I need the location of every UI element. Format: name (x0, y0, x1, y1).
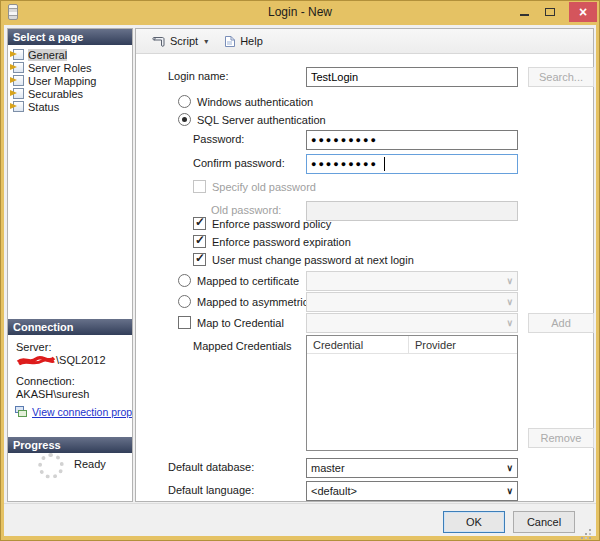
resize-grip[interactable] (589, 529, 591, 531)
script-button[interactable]: Script ▾ (148, 33, 217, 50)
default-database-label: Default database: (168, 461, 254, 473)
help-button[interactable]: Help (221, 33, 266, 50)
maximize-button[interactable] (538, 2, 562, 22)
checkbox-icon (178, 316, 191, 329)
sidebar-item-label: Status (28, 101, 59, 113)
checkbox-label: Specify old password (212, 181, 316, 193)
arrow-icon (10, 64, 17, 70)
sql-server-authentication-radio[interactable]: SQL Server authentication (178, 113, 326, 126)
sidebar-item-user-mapping[interactable]: User Mapping (13, 74, 96, 87)
close-button[interactable]: × (569, 2, 597, 22)
checkbox-label: Map to Credential (197, 317, 284, 329)
minimize-button[interactable] (512, 2, 536, 22)
enforce-password-expiration-checkbox[interactable]: ✓ Enforce password expiration (193, 235, 351, 248)
minimize-icon (520, 14, 529, 16)
checkbox-icon: ✓ (193, 253, 206, 266)
connection-properties-icon (15, 406, 28, 418)
maximize-icon (545, 8, 555, 16)
confirm-password-input[interactable] (306, 154, 518, 174)
windows-authentication-radio[interactable]: Windows authentication (178, 95, 313, 108)
server-value: \SQL2012 (16, 354, 106, 367)
must-change-password-checkbox[interactable]: ✓ User must change password at next logi… (193, 253, 414, 266)
login-name-input[interactable] (306, 67, 518, 87)
sidebar-item-label: Server Roles (28, 62, 92, 74)
login-new-dialog: Login - New × Select a page General Serv… (0, 0, 600, 541)
titlebar[interactable]: Login - New × (0, 0, 600, 25)
page-icon (13, 88, 24, 99)
server-instance: \SQL2012 (56, 354, 106, 366)
radio-icon (178, 274, 191, 287)
chevron-down-icon: ∨ (506, 297, 513, 307)
arrow-icon (10, 103, 17, 109)
sidebar-item-label: User Mapping (28, 75, 96, 87)
checkbox-label: Enforce password policy (212, 218, 331, 230)
certificate-dropdown[interactable]: ∨ (306, 271, 518, 291)
text-caret (384, 157, 385, 171)
toolbar: Script ▾ Help (136, 29, 593, 54)
asymmetric-key-dropdown[interactable]: ∨ (306, 292, 518, 312)
login-name-label: Login name: (168, 70, 229, 82)
add-button[interactable]: Add (528, 313, 594, 333)
confirm-password-wrap (306, 154, 518, 174)
radio-label: Windows authentication (197, 96, 313, 108)
connection-info: Server: \SQL2012 Connection: AKASH\sures… (16, 341, 106, 401)
default-language-dropdown[interactable]: <default> ∨ (306, 481, 518, 501)
window-title: Login - New (0, 5, 600, 19)
dropdown-value: <default> (311, 485, 357, 497)
column-header-credential: Credential (307, 336, 409, 353)
help-icon (224, 35, 236, 48)
sidebar-item-label: General (28, 49, 67, 61)
default-language-label: Default language: (168, 484, 254, 496)
checkbox-icon: ✓ (193, 217, 206, 230)
chevron-down-icon: ∨ (506, 318, 513, 328)
progress-header: Progress (8, 437, 132, 453)
sidebar-item-general[interactable]: General (13, 48, 96, 61)
script-icon (151, 35, 166, 48)
arrow-icon (10, 51, 17, 57)
script-dropdown-arrow-icon[interactable]: ▾ (204, 37, 208, 46)
column-header-provider: Provider (409, 339, 456, 351)
sidebar-item-securables[interactable]: Securables (13, 87, 96, 100)
credential-dropdown[interactable]: ∨ (306, 313, 518, 333)
radio-icon (178, 113, 191, 126)
close-icon: × (579, 4, 587, 20)
enforce-password-policy-checkbox[interactable]: ✓ Enforce password policy (193, 217, 331, 230)
chevron-down-icon: ∨ (506, 463, 513, 473)
sidebar-item-server-roles[interactable]: Server Roles (13, 61, 96, 74)
page-tree: General Server Roles User Mapping Secura… (13, 48, 96, 113)
connection-label: Connection: (16, 375, 106, 388)
page-icon (13, 75, 24, 86)
view-connection-properties-link[interactable]: View connection properties (32, 406, 133, 418)
sidebar-item-status[interactable]: Status (13, 100, 96, 113)
mapped-credentials-table[interactable]: Credential Provider (306, 335, 518, 451)
page-icon (13, 62, 24, 73)
cancel-button[interactable]: Cancel (513, 511, 575, 533)
map-to-credential-checkbox[interactable]: Map to Credential (178, 316, 284, 329)
password-input[interactable] (306, 130, 518, 150)
ok-button[interactable]: OK (443, 511, 505, 533)
redaction-scribble-icon (16, 354, 56, 367)
general-page-panel: Script ▾ Help Login name: Search... (135, 28, 594, 502)
old-password-label: Old password: (211, 204, 281, 216)
remove-button[interactable]: Remove (528, 428, 594, 448)
check-icon: ✓ (195, 251, 205, 265)
old-password-input[interactable] (306, 201, 518, 221)
sidebar-item-label: Securables (28, 88, 83, 100)
progress-spinner-icon (38, 453, 64, 479)
check-icon: ✓ (195, 215, 205, 229)
checkbox-icon: ✓ (193, 235, 206, 248)
mapped-to-certificate-radio[interactable]: Mapped to certificate (178, 274, 299, 287)
radio-label: Mapped to certificate (197, 275, 299, 287)
chevron-down-icon: ∨ (506, 486, 513, 496)
default-database-dropdown[interactable]: master ∨ (306, 458, 518, 478)
select-a-page-header: Select a page (8, 29, 132, 45)
specify-old-password-checkbox[interactable]: Specify old password (193, 180, 316, 193)
search-button[interactable]: Search... (528, 67, 594, 87)
page-icon (13, 49, 24, 60)
radio-label: SQL Server authentication (197, 114, 326, 126)
sidebar: Select a page General Server Roles User … (7, 28, 133, 502)
connection-header: Connection (8, 319, 132, 335)
radio-icon (178, 95, 191, 108)
check-icon: ✓ (195, 233, 205, 247)
footer: OK Cancel (4, 503, 596, 536)
